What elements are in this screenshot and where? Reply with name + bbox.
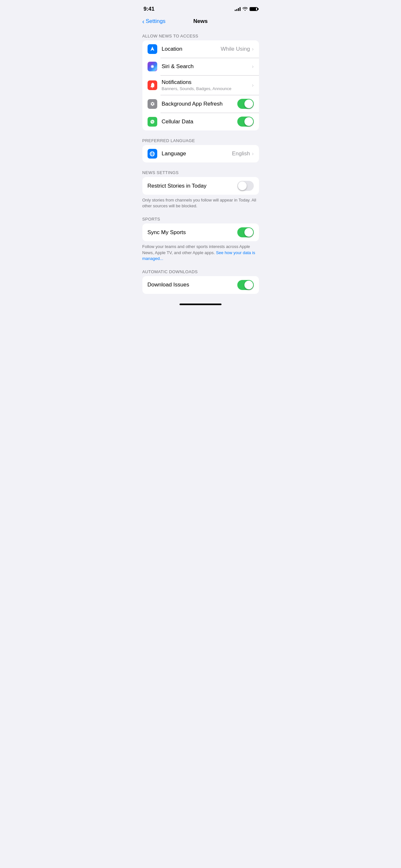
auto-downloads-section: AUTOMATIC DOWNLOADS Download Issues: [137, 269, 264, 294]
back-button[interactable]: ‹ Settings: [143, 18, 166, 25]
location-row[interactable]: Location While Using ›: [143, 40, 259, 58]
battery-icon: [250, 7, 258, 11]
chevron-right-icon: ›: [252, 82, 253, 88]
location-icon: [148, 44, 157, 54]
home-indicator: [137, 300, 264, 308]
page-title: News: [193, 18, 208, 25]
news-settings-card: Restrict Stories in Today: [143, 177, 259, 195]
svg-point-3: [151, 121, 153, 122]
back-label: Settings: [146, 18, 165, 25]
siri-row[interactable]: Siri & Search ›: [143, 58, 259, 75]
cellular-icon: [148, 117, 157, 127]
download-issues-row: Download Issues: [143, 276, 259, 294]
sync-sports-toggle[interactable]: [237, 227, 254, 237]
wifi-icon: [243, 7, 248, 11]
chevron-right-icon: ›: [252, 64, 253, 69]
location-value: While Using: [220, 46, 250, 52]
sports-card: Sync My Sports: [143, 223, 259, 241]
news-settings-header: NEWS SETTINGS: [137, 170, 264, 177]
auto-downloads-header: AUTOMATIC DOWNLOADS: [137, 269, 264, 276]
svg-point-1: [151, 66, 153, 67]
language-label: Language: [162, 151, 232, 157]
language-value: English: [232, 151, 250, 157]
restrict-stories-label: Restrict Stories in Today: [148, 183, 237, 189]
download-issues-label: Download Issues: [148, 282, 237, 288]
download-issues-toggle[interactable]: [237, 280, 254, 290]
allow-access-header: ALLOW NEWS TO ACCESS: [137, 34, 264, 40]
sports-header: SPORTS: [137, 217, 264, 223]
gear-icon: [148, 99, 157, 109]
nav-bar: ‹ Settings News: [137, 16, 264, 28]
preferred-language-section: PREFERRED LANGUAGE Language English ›: [137, 138, 264, 162]
allow-access-card: Location While Using › Siri & Search ›: [143, 40, 259, 130]
home-bar: [180, 304, 221, 305]
allow-access-section: ALLOW NEWS TO ACCESS Location While Usin…: [137, 34, 264, 130]
notifications-row[interactable]: Notifications Banners, Sounds, Badges, A…: [143, 75, 259, 95]
cellular-data-label: Cellular Data: [162, 119, 237, 125]
sports-section: SPORTS Sync My Sports Follow your teams …: [137, 217, 264, 267]
preferred-language-header: PREFERRED LANGUAGE: [137, 138, 264, 145]
sports-footer: Follow your teams and other sports inter…: [137, 241, 264, 267]
siri-icon: [148, 62, 157, 71]
restrict-stories-toggle[interactable]: [237, 181, 254, 191]
signal-bars-icon: [235, 7, 241, 11]
background-refresh-row: Background App Refresh: [143, 95, 259, 113]
chevron-right-icon: ›: [252, 151, 253, 157]
notifications-sublabel: Banners, Sounds, Badges, Announce: [162, 86, 252, 91]
news-settings-footer: Only stories from channels you follow wi…: [137, 195, 264, 214]
background-refresh-toggle[interactable]: [237, 99, 254, 109]
location-label: Location: [162, 46, 221, 52]
status-bar: 9:41: [137, 0, 264, 16]
cellular-data-row: Cellular Data: [143, 113, 259, 130]
preferred-language-card: Language English ›: [143, 145, 259, 162]
sync-sports-row: Sync My Sports: [143, 223, 259, 241]
language-row[interactable]: Language English ›: [143, 145, 259, 162]
globe-icon: [148, 149, 157, 159]
chevron-left-icon: ‹: [143, 18, 145, 25]
chevron-right-icon: ›: [252, 46, 253, 52]
notifications-label: Notifications: [162, 79, 252, 86]
background-refresh-label: Background App Refresh: [162, 101, 237, 107]
restrict-stories-row: Restrict Stories in Today: [143, 177, 259, 195]
auto-downloads-card: Download Issues: [143, 276, 259, 294]
siri-label: Siri & Search: [162, 63, 252, 70]
cellular-data-toggle[interactable]: [237, 117, 254, 127]
notifications-icon: [148, 81, 157, 90]
news-settings-section: NEWS SETTINGS Restrict Stories in Today …: [137, 170, 264, 214]
status-time: 9:41: [144, 6, 155, 12]
status-icons: [235, 7, 258, 11]
sync-sports-label: Sync My Sports: [148, 229, 237, 236]
